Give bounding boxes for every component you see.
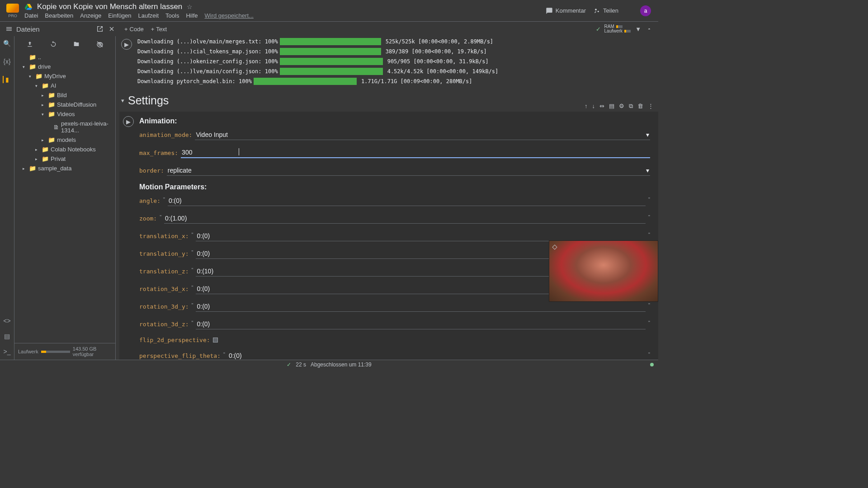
pro-badge: PRO — [8, 14, 17, 18]
disk-label: Laufwerk — [18, 349, 38, 354]
webcam-overlay — [549, 240, 658, 302]
add-code-button[interactable]: +Code — [124, 26, 144, 33]
tree-ai[interactable]: ▾📁AI — [16, 81, 113, 90]
document-title[interactable]: Kopie von Kopie von Mensch altern lassen — [37, 2, 182, 11]
status-bar: ✓ 22 s Abgeschlossen um 11:39 — [0, 360, 658, 369]
status-time: Abgeschlossen um 11:39 — [311, 361, 372, 368]
settings-cell-icon[interactable]: ⚙ — [619, 103, 624, 110]
runtime-ok-icon: ✓ — [596, 26, 601, 33]
files-panel-title: Dateien — [16, 25, 93, 33]
download-row: Downloading pytorch_model.bin: 100%1.71G… — [137, 78, 649, 85]
app-header: PRO Kopie von Kopie von Mensch altern la… — [0, 0, 658, 22]
pft-label: perspective_flip_theta: — [139, 352, 221, 359]
run-button-downloads[interactable]: ▶ — [121, 39, 132, 50]
star-icon[interactable]: ☆ — [187, 3, 193, 10]
delete-icon[interactable]: 🗑 — [637, 103, 643, 110]
download-row: Downloading (...)olve/main/merges.txt: 1… — [137, 38, 649, 45]
upload-icon[interactable] — [26, 41, 33, 48]
max-frames-label: max_frames: — [139, 150, 178, 156]
disk-space: 143.50 GB verfügbar — [73, 346, 112, 357]
menu-hilfe[interactable]: Hilfe — [186, 12, 198, 19]
refresh-icon[interactable] — [50, 41, 57, 48]
r3z-label: rotation_3d_z: — [139, 321, 189, 328]
tree-colab[interactable]: ▸📁Colab Notebooks — [16, 145, 113, 154]
link-icon[interactable]: ⇔ — [599, 103, 604, 110]
colab-logo[interactable]: PRO — [6, 4, 19, 18]
connected-dot-icon — [650, 363, 654, 366]
tree-pexels[interactable]: 🗎pexels-maxi-leiva-1314... — [16, 119, 113, 135]
tree-privat[interactable]: ▸📁Privat — [16, 154, 113, 164]
menu-datei[interactable]: Datei — [24, 12, 38, 19]
tree-models[interactable]: ▸📁models — [16, 135, 113, 145]
files-icon[interactable]: ▮ — [3, 76, 9, 83]
run-button-settings[interactable]: ▶ — [123, 116, 134, 127]
variables-icon[interactable]: {x} — [3, 58, 10, 65]
popout-icon[interactable] — [96, 25, 104, 33]
resources-indicator[interactable]: RAM Laufwerk — [604, 24, 631, 33]
zoom-input[interactable] — [164, 213, 646, 224]
kommentar-button[interactable]: Kommentar — [546, 7, 586, 14]
cell-actions: ↑ ↓ ⇔ ▤ ⚙ ⧉ 🗑 ⋮ — [585, 103, 654, 110]
comment-cell-icon[interactable]: ▤ — [609, 103, 614, 110]
border-select[interactable]: replicate▾ — [167, 165, 650, 176]
tree-videos[interactable]: ▾📁Videos — [16, 109, 113, 119]
collapse-up-icon[interactable] — [646, 25, 653, 33]
angle-label: angle: — [139, 197, 160, 204]
tree-mydrive[interactable]: ▾📁MyDrive — [16, 71, 113, 81]
settings-collapse-icon[interactable]: ▾ — [121, 97, 124, 104]
menu-anzeige[interactable]: Anzeige — [80, 12, 101, 19]
terminal-rail-icon[interactable]: ▤ — [4, 333, 10, 340]
comment-icon — [546, 7, 553, 14]
r3z-input[interactable] — [196, 319, 646, 329]
menu-einfuegen[interactable]: Einfügen — [108, 12, 131, 19]
runtime-dropdown-icon[interactable]: ▼ — [634, 25, 642, 33]
flip-checkbox[interactable] — [213, 338, 218, 343]
user-avatar[interactable]: a — [640, 5, 651, 16]
more-icon[interactable]: ⋮ — [648, 103, 654, 110]
menu-bar: Datei Bearbeiten Anzeige Einfügen Laufze… — [24, 12, 546, 19]
pft-input[interactable] — [228, 351, 646, 360]
menu-bearbeiten[interactable]: Bearbeiten — [45, 12, 73, 19]
tree-bild[interactable]: ▸📁Bild — [16, 90, 113, 100]
max-frames-input[interactable] — [181, 147, 650, 158]
code-rail-icon[interactable]: <> — [3, 317, 10, 324]
status-check-icon: ✓ — [287, 361, 291, 368]
left-rail: 🔍 {x} ▮ <> ▤ >_ — [0, 36, 14, 360]
animation-mode-label: animation_mode: — [139, 131, 192, 138]
text-cursor — [239, 148, 239, 155]
menu-laufzeit[interactable]: Laufzeit — [138, 12, 159, 19]
add-text-button[interactable]: +Text — [151, 26, 167, 33]
menu-tools[interactable]: Tools — [165, 12, 179, 19]
tree-up[interactable]: 📁.. — [16, 52, 113, 62]
flip-label: flip_2d_perspective: — [139, 337, 210, 343]
svg-point-1 — [598, 10, 599, 12]
move-down-icon[interactable]: ↓ — [592, 103, 595, 110]
gear-icon[interactable] — [626, 7, 633, 14]
animation-mode-select[interactable]: Video Input▾ — [195, 130, 650, 140]
angle-input[interactable] — [168, 196, 646, 206]
toolbar: Dateien +Code +Text ✓ RAM Laufwerk ▼ — [0, 22, 658, 36]
hamburger-icon[interactable] — [5, 25, 13, 33]
tx-input[interactable] — [196, 231, 646, 241]
download-row: Downloading (...)okenizer_config.json: 1… — [137, 58, 649, 65]
tree-sd[interactable]: ▸📁StableDiffusion — [16, 100, 113, 109]
disk-usage-bar — [41, 351, 70, 353]
shell-rail-icon[interactable]: >_ — [4, 348, 11, 355]
status-duration: 22 s — [296, 361, 306, 368]
settings-title: Settings — [128, 94, 169, 107]
tx-label: translation_x: — [139, 233, 189, 239]
close-icon[interactable] — [108, 25, 115, 33]
hide-icon[interactable] — [96, 41, 104, 48]
border-label: border: — [139, 167, 164, 174]
notebook-content[interactable]: ▶ Downloading (...)olve/main/merges.txt:… — [116, 36, 658, 360]
mount-drive-icon[interactable] — [73, 41, 80, 48]
tree-sample[interactable]: ▸📁sample_data — [16, 164, 113, 173]
mirror-icon[interactable]: ⧉ — [629, 103, 633, 110]
r3x-label: rotation_3d_x: — [139, 286, 189, 292]
search-icon[interactable]: 🔍 — [3, 40, 11, 47]
move-up-icon[interactable]: ↑ — [585, 103, 588, 110]
share-icon — [593, 7, 600, 14]
tree-drive[interactable]: ▾📁drive — [16, 62, 113, 71]
r3y-input[interactable] — [196, 301, 646, 312]
teilen-button[interactable]: Teilen — [593, 7, 618, 14]
